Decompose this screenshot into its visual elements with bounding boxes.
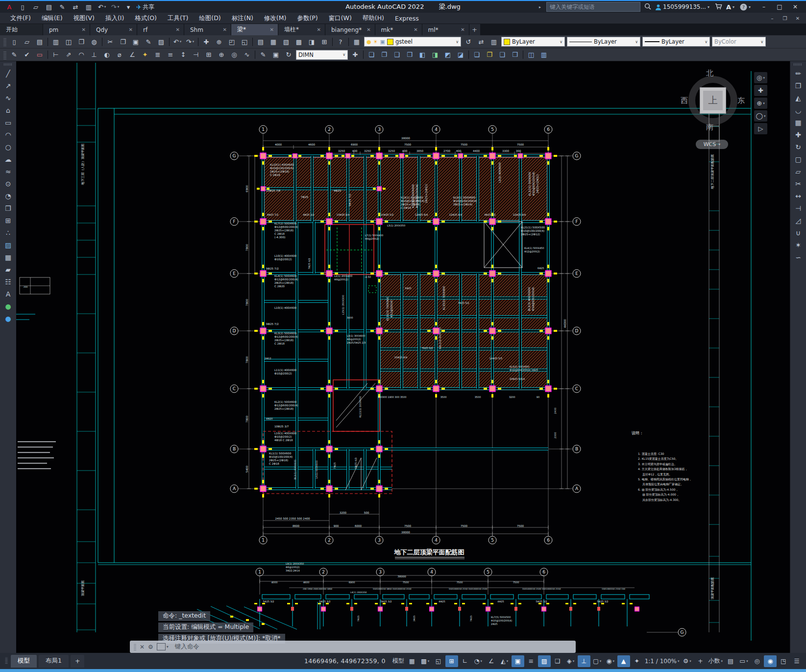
layer-properties-icon[interactable]: ▦ — [350, 37, 363, 47]
zoom-previous-icon[interactable]: ◱ — [238, 37, 251, 47]
save-as-icon[interactable]: ✎ — [56, 2, 69, 12]
file-tab-梁[interactable]: 梁*✕ — [231, 24, 278, 35]
menu-item-o[interactable]: 格式(O) — [129, 14, 162, 23]
trim-icon[interactable]: ✂ — [791, 178, 805, 189]
dim-arc-icon[interactable]: ◠ — [75, 50, 88, 60]
command-bar-grip[interactable] — [134, 643, 136, 650]
plotstyle-combo[interactable]: ByColor ∨ — [712, 37, 766, 47]
doc-minimize-button[interactable]: – — [766, 14, 779, 23]
express-tool-13-icon[interactable]: ◫ — [525, 50, 537, 60]
express-tool-10-icon[interactable]: ❐ — [483, 50, 496, 60]
command-tools-icon[interactable]: ⚙ — [148, 644, 153, 650]
tool-palettes-icon[interactable]: ▧ — [280, 37, 293, 47]
publish-icon[interactable]: ❐ — [75, 37, 88, 47]
spell-check-icon[interactable]: ✔ — [21, 50, 33, 60]
doc-restore-button[interactable]: ❐ — [779, 14, 791, 23]
annotation-monitor-icon[interactable]: + — [694, 655, 707, 667]
clean-screen-icon[interactable]: ◳ — [777, 655, 790, 667]
dim-radius-icon[interactable]: ◐ — [100, 50, 113, 60]
workspace-switching-icon[interactable]: ⚙▾ — [681, 655, 693, 667]
plot-icon[interactable]: ▥ — [82, 2, 95, 12]
osnap-icon[interactable]: ▣ — [512, 655, 524, 667]
ucs-icon[interactable]: ● — [1, 313, 15, 324]
menu-item-w[interactable]: 窗口(W) — [323, 14, 357, 23]
menu-item-t[interactable]: 工具(T) — [162, 14, 194, 23]
express-tool-2-icon[interactable]: ❐ — [378, 50, 391, 60]
redo-icon[interactable]: ↷▾ — [184, 37, 196, 47]
transparency-icon[interactable]: ▨ — [538, 655, 551, 667]
point-style-icon[interactable]: ● — [1, 301, 15, 312]
drawing-canvas[interactable]: 112233445566GGFFEEDDCCBBAA地下二层顶梁平面配筋图说明：… — [16, 61, 790, 653]
polyline-icon[interactable]: ∿ — [1, 93, 15, 103]
command-bar[interactable]: ✕ ⚙ ▾ 键入命令 — [130, 641, 576, 653]
layer-states-icon[interactable]: ⇄ — [475, 37, 488, 47]
mirror-icon[interactable]: ◭ — [791, 93, 805, 103]
showmotion-icon[interactable]: ▷ — [754, 123, 767, 134]
polygon-icon[interactable]: ⌂ — [1, 105, 15, 116]
doc-close-button[interactable]: ✕ — [791, 14, 804, 23]
stretch-icon[interactable]: ▱ — [791, 166, 805, 177]
layer-isolate-icon[interactable]: ▥ — [488, 37, 500, 47]
plot-icon[interactable]: ▥ — [49, 37, 62, 47]
undo-icon[interactable]: ↶▾ — [171, 37, 184, 47]
express-tool-11-icon[interactable]: ❑ — [496, 50, 509, 60]
express-tool-8-icon[interactable]: ◪ — [454, 50, 467, 60]
dim-associate-icon[interactable]: ✚ — [349, 50, 362, 60]
autoscale-icon[interactable]: ✦ — [631, 655, 643, 667]
open-icon[interactable]: ▱ — [21, 37, 33, 47]
web-icon[interactable]: ◍ — [88, 37, 100, 47]
transfer-icon[interactable]: ⇄ — [69, 2, 82, 12]
pan-icon[interactable]: ✚ — [200, 37, 213, 47]
palette-grip[interactable] — [4, 63, 13, 66]
file-tab-biangeng[interactable]: biangeng*✕ — [325, 24, 375, 35]
qsave-icon[interactable]: ▤ — [43, 2, 55, 12]
ortho-mode-icon[interactable]: ∟ — [459, 655, 471, 667]
isodraft-icon[interactable]: ◭▾ — [498, 655, 511, 667]
menu-item-i[interactable]: 插入(I) — [100, 14, 129, 23]
model-tab[interactable]: 模型 — [11, 655, 37, 668]
dynamic-input-icon[interactable]: ⊞ — [445, 655, 458, 667]
zoom-window-icon[interactable]: ◰ — [225, 37, 238, 47]
help-icon[interactable]: ? — [334, 37, 347, 47]
tab-close-icon[interactable]: ✕ — [176, 27, 180, 32]
new-tab-button[interactable]: + — [469, 24, 480, 35]
annotation-icon[interactable]: ▭ — [33, 50, 46, 60]
tab-close-icon[interactable]: ✕ — [366, 27, 370, 32]
selection-cycling-icon[interactable]: ❏ — [551, 655, 564, 667]
dim-quick-icon[interactable]: ✦ — [139, 50, 151, 60]
maximize-button[interactable]: □ — [772, 2, 787, 12]
text-icon[interactable]: A — [1, 289, 15, 299]
extend-icon[interactable]: ↔ — [791, 191, 805, 201]
offset-icon[interactable]: ∽ — [791, 252, 805, 263]
steering-wheel-icon[interactable]: ◎▾ — [754, 72, 767, 83]
close-button[interactable]: ✕ — [787, 2, 803, 12]
layout1-tab[interactable]: 布局1 — [39, 655, 69, 668]
block-editor-icon[interactable]: ▨ — [155, 37, 168, 47]
copy-clip-icon[interactable]: ❐ — [117, 37, 129, 47]
chamfer-icon[interactable]: ◿ — [791, 215, 805, 226]
command-close-icon[interactable]: ✕ — [140, 644, 145, 650]
annotation-scale-button[interactable]: 1:1 / 100%▾ — [644, 655, 681, 667]
quick-properties-icon[interactable]: ▤ — [724, 655, 737, 667]
share-icon[interactable]: ✈共享 — [135, 2, 155, 12]
insert-block-icon[interactable]: ❐ — [1, 203, 15, 214]
toolbar-grip-2[interactable] — [3, 50, 6, 59]
model-space-button[interactable]: 模型 — [391, 655, 405, 667]
explode-icon[interactable]: ✶ — [791, 240, 805, 250]
break-icon[interactable]: ⊣ — [791, 203, 805, 214]
3d-osnap-icon[interactable]: ◈▾ — [564, 655, 577, 667]
express-tool-3-icon[interactable]: ❑ — [391, 50, 403, 60]
circle-icon[interactable]: ○ — [1, 142, 15, 152]
save-icon[interactable]: ▤ — [33, 37, 46, 47]
copy-icon[interactable]: ❐ — [791, 80, 805, 91]
express-tool-1-icon[interactable]: ❏ — [365, 50, 378, 60]
cart-icon[interactable] — [715, 2, 722, 12]
match-properties-icon[interactable]: ✎ — [142, 37, 155, 47]
edit-text-icon[interactable]: ✎ — [8, 50, 21, 60]
hatch-icon[interactable]: ▨ — [1, 240, 15, 250]
dim-text-edit-icon[interactable]: ▣ — [269, 50, 282, 60]
scale-icon[interactable]: ▢ — [791, 154, 805, 165]
dim-baseline-icon[interactable]: ≣ — [151, 50, 164, 60]
nav-pan-icon[interactable]: ✚ — [754, 85, 767, 96]
grid-display-icon[interactable]: ▦ — [406, 655, 418, 667]
